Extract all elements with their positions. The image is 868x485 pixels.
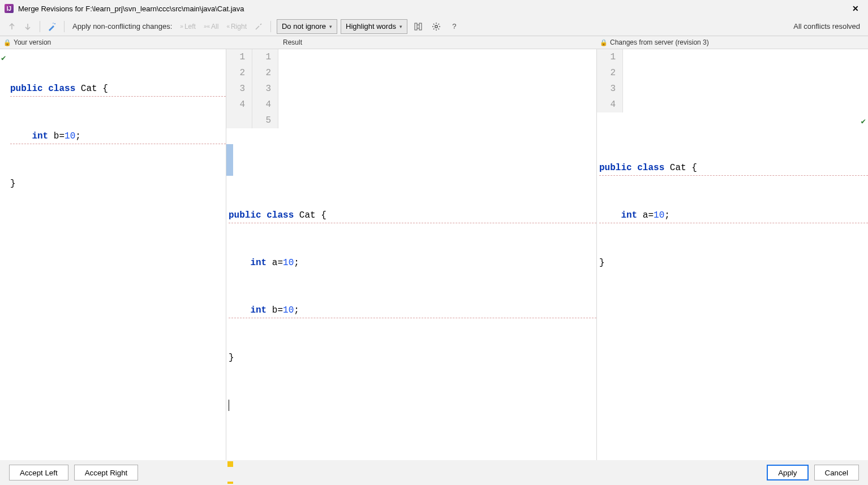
magic-resolve-icon[interactable] [46,20,58,33]
apply-right-button[interactable]: «Right [224,23,249,31]
prev-diff-icon[interactable] [6,20,18,33]
mid-header: Result [283,38,302,46]
separator [40,21,40,32]
merge-area: ✔ public class Cat { int b=10; } 1 2 3 4… [0,49,868,460]
ignore-dropdown-label: Do not ignore [282,22,326,31]
svg-point-5 [435,25,437,27]
chevron-down-icon: ▾ [399,24,402,29]
left-header: Your version [14,38,51,46]
lock-icon: 🔒 [3,39,11,46]
apply-nonconflicting-label: Apply non-conflicting changes: [72,22,172,31]
svg-point-2 [260,24,261,25]
svg-point-1 [53,23,54,24]
close-icon[interactable]: ✕ [848,2,863,15]
check-icon: ✔ [861,114,866,129]
lock-icon: 🔒 [600,39,608,46]
change-marker[interactable] [227,461,233,467]
title-bar: IJ Merge Revisions for F:\learn_prj\svn_… [0,0,868,17]
mid-left-gutter: 1 2 3 4 [226,49,252,128]
app-icon: IJ [5,4,14,13]
highlight-dropdown[interactable]: Highlight words ▾ [341,19,407,34]
gear-icon[interactable] [429,19,444,34]
apply-all-button[interactable]: »«All [201,23,221,31]
separator [64,21,65,32]
footer-bar: Accept Left Accept Right Apply Cancel [0,460,868,485]
mid-right-gutter: 1 2 3 4 5 [252,49,278,128]
right-code[interactable]: ✔ public class Cat { int a=10; } [597,112,868,460]
help-icon[interactable]: ? [447,19,462,34]
apply-left-button[interactable]: »Left [178,23,198,31]
selection-strip [226,128,233,176]
sync-scroll-icon[interactable] [411,19,426,34]
right-header: Changes from server (revision 3) [610,38,709,46]
separator [270,21,271,32]
svg-point-0 [54,23,55,24]
apply-button[interactable]: Apply [767,465,808,480]
next-diff-icon[interactable] [22,20,34,33]
svg-rect-4 [419,23,422,30]
cancel-button[interactable]: Cancel [814,465,860,480]
change-marker[interactable] [227,482,233,484]
right-pane[interactable]: 1 2 3 4 ✔ public class Cat { int a=10; } [596,49,868,460]
result-code[interactable]: public class Cat { int a=10; int b=10; } [226,176,596,460]
left-code[interactable]: public class Cat { int b=10; } [0,49,226,460]
window-title: Merge Revisions for F:\learn_prj\svn_lea… [18,5,848,13]
accept-left-button[interactable]: Accept Left [9,465,68,480]
ignore-dropdown[interactable]: Do not ignore ▾ [277,19,337,34]
chevron-down-icon: ▾ [329,24,332,29]
text-cursor [229,400,229,411]
accept-right-button[interactable]: Accept Right [74,465,139,480]
right-gutter: 1 2 3 4 [597,49,623,112]
svg-rect-3 [415,23,417,30]
conflicts-status: All conflicts resolved [793,22,862,31]
highlight-dropdown-label: Highlight words [346,22,396,31]
toolbar: Apply non-conflicting changes: »Left »«A… [0,17,868,36]
left-pane[interactable]: ✔ public class Cat { int b=10; } [0,49,226,460]
result-pane[interactable]: 1 2 3 4 1 2 3 4 5 public class Cat { int… [226,49,596,460]
magic-wand-icon[interactable] [252,20,265,33]
panel-headers: 🔒 Your version Result 🔒 Changes from ser… [0,36,868,49]
